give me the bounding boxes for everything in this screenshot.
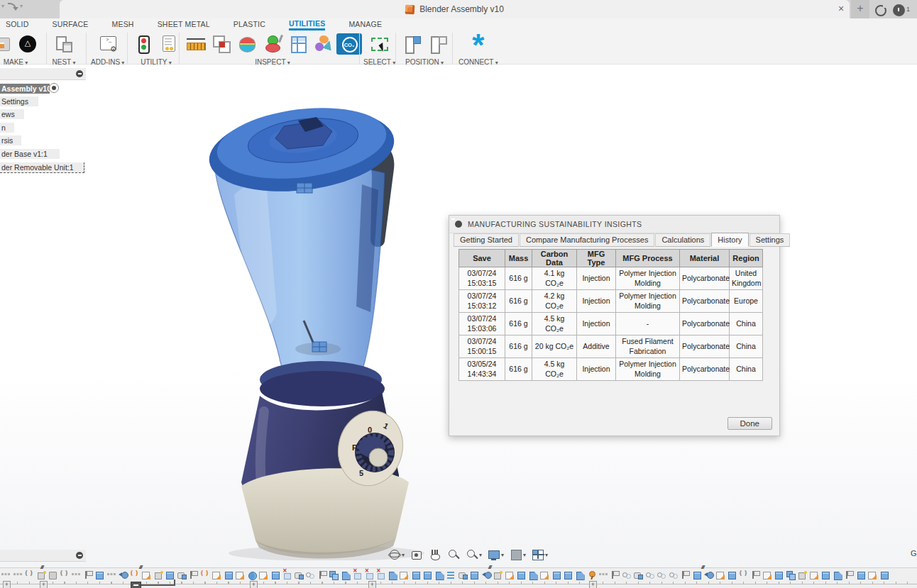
timeline-body-icon[interactable]: [423, 570, 432, 580]
ribbon-tab-mesh[interactable]: MESH: [112, 20, 134, 29]
timeline-chamfer-icon[interactable]: [435, 570, 444, 580]
redo-icon[interactable]: [8, 3, 16, 9]
measure-icon[interactable]: [183, 33, 209, 55]
redo-dropdown-icon[interactable]: ▾: [20, 3, 23, 9]
timeline-flag-icon[interactable]: [751, 570, 760, 580]
ribbon-tab-plastic[interactable]: PLASTIC: [234, 20, 265, 29]
scripts-addins-icon[interactable]: [95, 33, 121, 55]
browser-collapse-icon[interactable]: [76, 70, 83, 77]
browser-item-der-base-v1-1[interactable]: der Base v1:1: [0, 149, 60, 159]
nest-icon[interactable]: [51, 33, 77, 55]
timeline-pattern-icon[interactable]: [107, 570, 116, 580]
ribbon-tab-manage[interactable]: MANAGE: [348, 20, 382, 29]
timeline-sketch-icon[interactable]: [716, 570, 725, 580]
dialog-tab-settings[interactable]: Settings: [749, 233, 791, 247]
job-status-clock-icon[interactable]: [893, 4, 905, 16]
revert-position-icon[interactable]: [424, 33, 450, 55]
look-at-control[interactable]: [409, 548, 424, 562]
timeline-body-icon[interactable]: [880, 570, 889, 580]
undo-dropdown-icon[interactable]: ▾: [1, 3, 4, 9]
timeline-joint-orange-icon[interactable]: [201, 570, 210, 580]
table-row[interactable]: 03/07/2415:03:15616 g4.1 kg CO₂eInjectio…: [459, 267, 763, 290]
timeline-del-icon[interactable]: [376, 570, 385, 580]
timeline-flag-icon[interactable]: [189, 570, 198, 580]
timeline-sketch-icon[interactable]: [868, 570, 877, 580]
draft-analysis-icon[interactable]: [260, 33, 285, 55]
timeline-joint-icon[interactable]: [740, 570, 749, 580]
timeline-body-icon[interactable]: [271, 570, 280, 580]
timeline-chamfer-icon[interactable]: [341, 570, 351, 580]
timeline-arrow-icon[interactable]: [482, 570, 491, 580]
browser-item-rsis[interactable]: rsis: [0, 135, 21, 145]
browser-item-n[interactable]: n: [0, 123, 14, 133]
timeline-flag-icon[interactable]: [845, 570, 854, 580]
dialog-tab-history[interactable]: History: [711, 233, 748, 247]
timeline-sketch-icon[interactable]: [236, 570, 245, 580]
timeline-pattern-icon[interactable]: [72, 570, 81, 580]
timeline-sketch-icon[interactable]: [540, 570, 549, 580]
timeline-del-icon[interactable]: [353, 570, 362, 580]
timeline-group-expand-icon[interactable]: +: [250, 581, 258, 588]
section-analysis-icon[interactable]: [234, 33, 260, 55]
timeline-body-icon[interactable]: [693, 570, 702, 580]
timeline-pattern-icon[interactable]: [13, 570, 23, 580]
ribbon-tab-sheet-metal[interactable]: SHEET METAL: [158, 20, 210, 29]
blender-model[interactable]: P 0 1 5: [192, 99, 426, 560]
timeline-link-icon[interactable]: [657, 570, 666, 580]
dialog-tab-calculations[interactable]: Calculations: [655, 233, 710, 247]
timeline-body-icon[interactable]: [224, 570, 234, 580]
timeline-snapshot-icon[interactable]: [458, 570, 468, 580]
timeline-chamfer-icon[interactable]: [388, 570, 397, 580]
timeline-body-icon[interactable]: [470, 570, 479, 580]
timeline-sketch-icon[interactable]: [763, 570, 772, 580]
timeline-body-icon[interactable]: [727, 570, 737, 580]
timeline-combine-icon[interactable]: [786, 570, 796, 580]
pan-control[interactable]: [427, 548, 443, 562]
dialog-collapse-icon[interactable]: [455, 221, 462, 228]
timeline-group-expand-icon[interactable]: +: [40, 581, 48, 588]
component-activate-radio[interactable]: [49, 83, 59, 93]
timeline-pattern-icon[interactable]: [599, 570, 608, 580]
ribbon-tab-surface[interactable]: SURFACE: [53, 20, 89, 29]
timeline-box-yellow-icon[interactable]: [493, 570, 503, 580]
timeline-chamfer-icon[interactable]: [576, 570, 585, 580]
traffic-light-icon[interactable]: [131, 33, 156, 55]
timeline-snapshot-icon[interactable]: [634, 570, 643, 580]
timeline-joint-orange-icon[interactable]: [131, 570, 140, 580]
interference-icon[interactable]: [209, 33, 234, 55]
timeline-group-expand-icon[interactable]: +: [368, 581, 376, 588]
timeline-snapshot-icon[interactable]: [295, 570, 304, 580]
timeline-link-icon[interactable]: [306, 570, 315, 580]
done-button[interactable]: Done: [727, 417, 773, 430]
table-row[interactable]: 03/07/2415:00:15616 g20 kg CO₂eAdditiveF…: [459, 335, 763, 358]
browser-item-ews[interactable]: ews: [0, 109, 24, 119]
browser-item-settings[interactable]: Settings: [0, 96, 38, 106]
timeline-body-icon[interactable]: [857, 570, 866, 580]
timeline-box-yellow-icon[interactable]: [154, 570, 163, 580]
timeline-box-gray-icon[interactable]: [48, 570, 57, 580]
dialog-titlebar[interactable]: MANUFACTURING SUSTAINABILITY INSIGHTS: [449, 216, 779, 233]
timeline-flag-icon[interactable]: [84, 570, 93, 580]
effects-control[interactable]: ▾: [508, 548, 527, 562]
viewports-control[interactable]: ▾: [530, 548, 549, 562]
timeline-link-icon[interactable]: [669, 570, 679, 580]
browser-footer-collapse-icon[interactable]: [76, 552, 83, 559]
timeline-box-yellow-icon[interactable]: [798, 570, 807, 580]
timeline-sketch-icon[interactable]: [212, 570, 221, 580]
document-tab[interactable]: Blender Assembly v10: [60, 0, 850, 18]
table-row[interactable]: 03/07/2415:03:12616 g4.2 kg CO₂eInjectio…: [459, 290, 763, 313]
fit-control[interactable]: ▾: [464, 548, 483, 562]
sync-status-icon[interactable]: [875, 5, 886, 16]
ribbon-tab-utilities[interactable]: UTILITIES: [289, 19, 325, 30]
timeline-link-icon[interactable]: [622, 570, 632, 580]
orbit-control[interactable]: ▾: [387, 548, 406, 562]
timeline-flag-icon[interactable]: [610, 570, 620, 580]
timeline-pin-icon[interactable]: [587, 570, 596, 580]
timeline-chamfer-icon[interactable]: [833, 570, 842, 580]
timeline-snapshot-icon[interactable]: [177, 570, 187, 580]
close-tab-icon[interactable]: ×: [835, 2, 847, 15]
browser-item-der-removable-unit-1[interactable]: der Removable Unit:1: [0, 162, 84, 173]
make-3d-print-icon[interactable]: [0, 33, 16, 55]
report-icon[interactable]: [156, 33, 182, 55]
timeline-body-icon[interactable]: [165, 570, 175, 580]
